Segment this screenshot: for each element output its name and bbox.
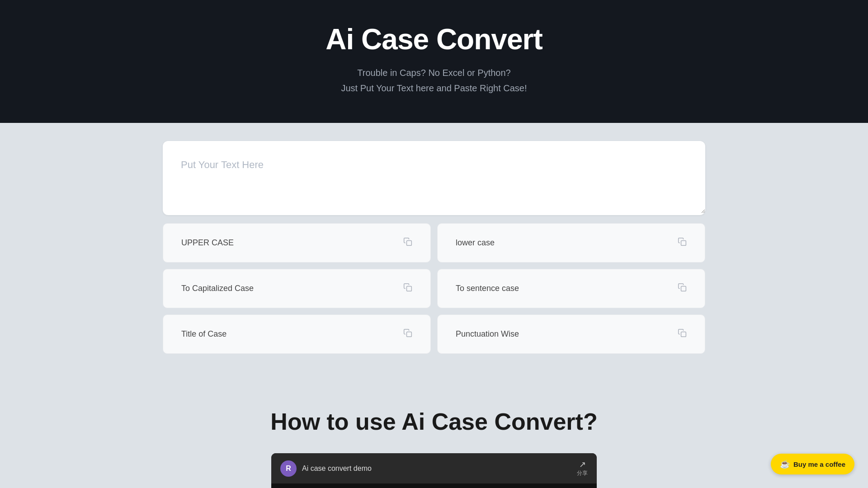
buy-coffee-label: Buy me a coffee	[793, 460, 845, 468]
svg-rect-5	[681, 332, 686, 337]
video-share-button[interactable]: ↗ 分享	[577, 460, 588, 477]
copy-icon-sentence-case[interactable]	[678, 283, 687, 294]
share-label: 分享	[577, 469, 588, 477]
convert-card-upper-case[interactable]: UPPER CASE	[163, 223, 431, 263]
convert-card-punctuation-wise[interactable]: Punctuation Wise	[437, 314, 705, 354]
convert-card-label-title-case: Title of Case	[181, 329, 226, 339]
convert-card-label-capitalized-case: To Capitalized Case	[181, 284, 254, 293]
svg-rect-3	[681, 286, 686, 291]
svg-rect-4	[407, 332, 412, 337]
copy-icon-punctuation-wise[interactable]	[678, 328, 687, 340]
page-title: Ai Case Convert	[9, 23, 859, 56]
video-avatar: R	[280, 460, 297, 477]
video-bar-left: R Ai case convert demo	[280, 460, 372, 477]
buy-coffee-button[interactable]: ☕ Buy me a coffee	[771, 454, 854, 474]
video-bar: R Ai case convert demo ↗ 分享	[271, 453, 597, 483]
convert-card-label-sentence-case: To sentence case	[456, 284, 519, 293]
header-subtitle: Trouble in Caps? No Excel or Python? Jus…	[9, 65, 859, 96]
convert-card-title-case[interactable]: Title of Case	[163, 314, 431, 354]
svg-rect-2	[407, 286, 412, 291]
textarea-wrapper	[163, 141, 705, 215]
video-title-text: Ai case convert demo	[302, 465, 372, 473]
how-to-title: How to use Ai Case Convert?	[163, 408, 705, 435]
copy-icon-lower-case[interactable]	[678, 237, 687, 249]
copy-icon-capitalized-case[interactable]	[403, 283, 412, 294]
svg-rect-1	[681, 241, 686, 246]
coffee-icon: ☕	[780, 459, 790, 469]
convert-card-label-upper-case: UPPER CASE	[181, 238, 234, 248]
convert-card-capitalized-case[interactable]: To Capitalized Case	[163, 269, 431, 308]
convert-card-lower-case[interactable]: lower case	[437, 223, 705, 263]
share-icon: ↗	[579, 460, 586, 469]
convert-card-sentence-case[interactable]: To sentence case	[437, 269, 705, 308]
convert-grid: UPPER CASE lower case To Capitalized Cas…	[163, 223, 705, 354]
video-content	[271, 483, 597, 488]
video-container: R Ai case convert demo ↗ 分享	[271, 453, 597, 488]
copy-icon-title-case[interactable]	[403, 328, 412, 340]
page-header: Ai Case Convert Trouble in Caps? No Exce…	[0, 0, 868, 123]
convert-card-label-punctuation-wise: Punctuation Wise	[456, 329, 519, 339]
convert-card-label-lower-case: lower case	[456, 238, 495, 248]
main-content: UPPER CASE lower case To Capitalized Cas…	[0, 123, 868, 381]
how-to-section: How to use Ai Case Convert? R Ai case co…	[0, 381, 868, 488]
copy-icon-upper-case[interactable]	[403, 237, 412, 249]
header-subtitle-line2: Just Put Your Text here and Paste Right …	[341, 83, 527, 93]
svg-rect-0	[407, 241, 412, 246]
text-input[interactable]	[163, 141, 705, 213]
header-subtitle-line1: Trouble in Caps? No Excel or Python?	[357, 68, 510, 78]
